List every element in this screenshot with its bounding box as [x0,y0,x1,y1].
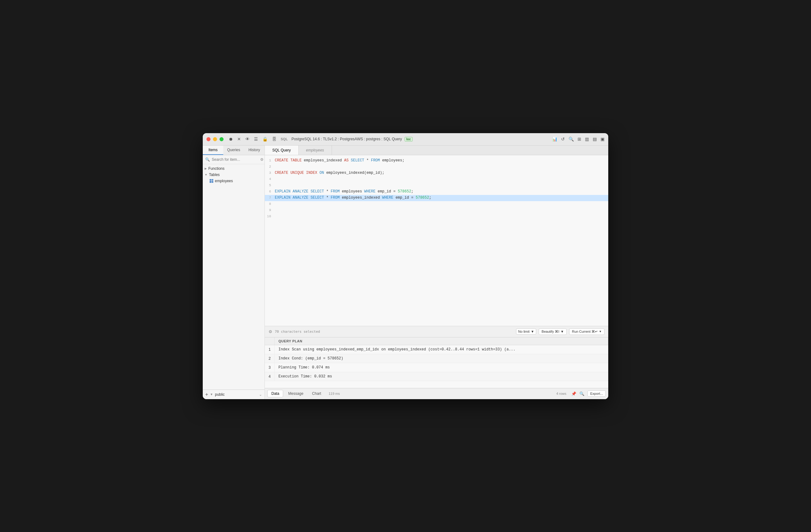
layout3-icon[interactable]: ▣ [600,137,605,142]
close-button[interactable] [206,137,211,141]
sidebar: Items Queries History 🔍 ⚙ ▶ Functions ▼ … [203,145,265,399]
layout2-icon[interactable]: ▤ [593,137,597,142]
line-number: 5 [265,183,275,188]
close-icon[interactable]: ✕ [237,137,241,142]
sidebar-bottom: + ▼ public ⌄ [203,390,264,399]
menu-icon[interactable]: ☰ [254,137,258,142]
beautify-button[interactable]: Beautify ⌘I ▼ [539,328,567,335]
results-table: QUERY PLAN 1Index Scan using employees_i… [265,338,608,388]
beautify-chevron-icon: ▼ [561,330,564,333]
schema-selector[interactable]: public [215,392,257,397]
line-number: 1 [265,158,275,163]
main-layout: Items Queries History 🔍 ⚙ ▶ Functions ▼ … [203,145,608,399]
titlebar: ⏺ ✕ 👁 ☰ 🔒 🗄 SQL PostgreSQL 14.6 : TLSv1.… [203,133,608,145]
table-row: 1Index Scan using employees_indexed_emp_… [265,345,608,354]
add-icon[interactable]: + [205,392,208,397]
run-button[interactable]: Run Current ⌘↵ ▼ [569,328,605,335]
maximize-button[interactable] [219,137,224,141]
sidebar-tab-queries[interactable]: Queries [223,145,244,155]
run-chevron-icon: ▼ [599,330,602,333]
beautify-label: Beautify ⌘I [541,330,559,334]
employees-label: employees [215,179,233,183]
sql-label: SQL [281,137,288,141]
line-number: 2 [265,164,275,170]
tab-chart[interactable]: Chart [308,390,325,397]
tab-message[interactable]: Message [285,390,307,397]
tab-data[interactable]: Data [267,390,283,397]
editor-line-9: 9 [265,207,608,214]
line-content[interactable]: EXPLAIN ANALYZE SELECT * FROM employees_… [275,195,608,201]
lock-icon[interactable]: 🔒 [262,137,267,142]
line-number: 8 [265,201,275,207]
line-number: 7 [265,195,275,201]
sidebar-tabs: Items Queries History [203,145,264,155]
sidebar-tree: ▶ Functions ▼ Tables employees [203,164,264,390]
limit-chevron-icon: ▼ [531,330,534,333]
filter-icon[interactable]: ⚙ [260,157,264,162]
chevron-right-icon: ▶ [204,167,207,170]
query-plan-header: QUERY PLAN [274,338,608,345]
functions-label: Functions [208,166,225,171]
editor-line-5: 5 [265,183,608,189]
editor-toolbar: ⚙ 70 characters selected No limit ▼ Beau… [265,326,608,337]
query-plan-cell: Execution Time: 0.032 ms [274,372,608,381]
layout1-icon[interactable]: ▥ [585,137,589,142]
pin-icon[interactable]: 📌 [571,391,576,396]
sidebar-tab-items[interactable]: Items [203,145,223,155]
table-row: 2 Index Cond: (emp_id = 578652) [265,354,608,363]
editor-line-7: 7EXPLAIN ANALYZE SELECT * FROM employees… [265,195,608,201]
tab-bar: SQL Query employees [265,145,608,155]
bottom-bar: Data Message Chart 119 ms 4 rows 📌 🔍 Exp… [265,388,608,399]
settings-icon[interactable]: ⚙ [269,329,272,334]
search-input[interactable] [212,157,258,162]
minimize-button[interactable] [213,137,217,141]
editor-line-4: 4 [265,176,608,183]
editor-content[interactable]: 1CREATE TABLE employees_indexed AS SELEC… [265,155,608,326]
line-number: 6 [265,189,275,194]
editor-line-3: 3CREATE UNIQUE INDEX ON employees_indexe… [265,170,608,176]
search-icon[interactable]: 🔍 [568,137,574,142]
connection-string: PostgreSQL 14.6 : TLSv1.2 : PostgresAWS … [292,137,402,141]
line-number: 10 [265,214,275,219]
query-plan-cell: Index Cond: (emp_id = 578652) [274,354,608,363]
chart-icon[interactable]: 📊 [552,137,557,142]
chevron-down-icon[interactable]: ▼ [210,393,213,396]
limit-select[interactable]: No limit ▼ [516,328,537,334]
limit-label: No limit [518,330,530,333]
refresh-icon[interactable]: ↺ [561,137,565,142]
char-count: 70 characters selected [275,330,320,334]
results-panel: QUERY PLAN 1Index Scan using employees_i… [265,337,608,399]
database-icon[interactable]: 🗄 [272,137,276,142]
line-content[interactable]: CREATE UNIQUE INDEX ON employees_indexed… [275,170,608,176]
search-bar: 🔍 ⚙ [203,155,264,164]
record-icon[interactable]: ⏺ [229,137,233,142]
line-number: 3 [265,170,275,176]
sidebar-tab-history[interactable]: History [244,145,264,155]
editor-line-6: 6EXPLAIN ANALYZE SELECT * FROM employees… [265,189,608,195]
run-label: Run Current ⌘↵ [572,330,598,334]
schema-chevron-icon[interactable]: ⌄ [259,392,262,397]
sidebar-item-functions[interactable]: ▶ Functions [203,166,264,172]
search-results-icon[interactable]: 🔍 [579,391,584,396]
table-icon [210,179,213,183]
loc-label: loc [404,137,413,142]
row-num-header [265,338,274,345]
line-content[interactable]: CREATE TABLE employees_indexed AS SELECT… [275,158,608,163]
line-content[interactable]: EXPLAIN ANALYZE SELECT * FROM employees … [275,189,608,194]
preview-icon[interactable]: 👁 [245,137,250,142]
editor-line-2: 2 [265,164,608,170]
export-button[interactable]: Export... [587,390,606,397]
search-icon: 🔍 [205,157,210,162]
table-row: 3Planning Time: 0.074 ms [265,363,608,372]
editor-line-1: 1CREATE TABLE employees_indexed AS SELEC… [265,158,608,164]
sidebar-item-employees[interactable]: employees [203,178,264,184]
row-number: 3 [265,363,274,372]
sidebar-item-tables[interactable]: ▼ Tables [203,172,264,178]
query-plan-cell: Planning Time: 0.074 ms [274,363,608,372]
tab-sql-query[interactable]: SQL Query [265,145,299,155]
grid-icon[interactable]: ⊞ [578,137,581,142]
editor-line-8: 8 [265,201,608,207]
line-number: 4 [265,176,275,182]
row-number: 1 [265,345,274,354]
tab-employees[interactable]: employees [299,145,332,155]
